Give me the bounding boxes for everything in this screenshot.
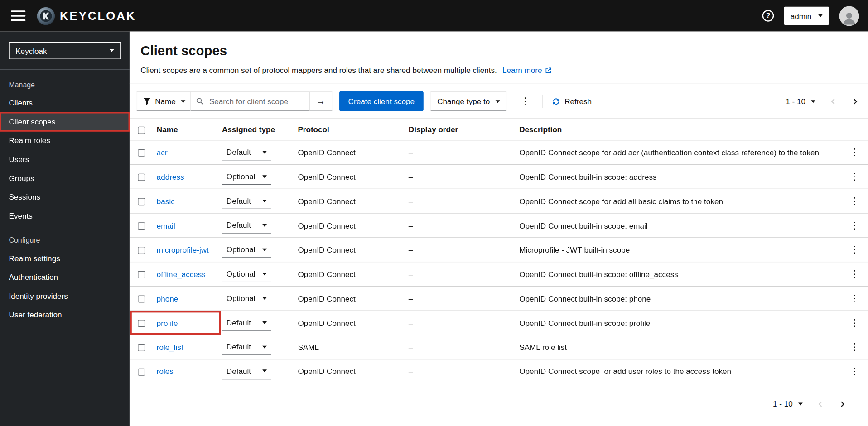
- row-checkbox[interactable]: [138, 271, 145, 278]
- assigned-type-select[interactable]: Optional: [222, 291, 271, 306]
- scope-name-link[interactable]: acr: [157, 148, 168, 157]
- scope-name-link[interactable]: basic: [157, 196, 175, 206]
- assigned-type-select[interactable]: Default: [222, 193, 271, 209]
- row-checkbox[interactable]: [138, 198, 145, 206]
- display-order-cell: –: [409, 148, 519, 157]
- brand-logo[interactable]: KEYCLOAK: [37, 6, 136, 25]
- help-icon[interactable]: ?: [762, 10, 774, 22]
- user-menu[interactable]: admin: [784, 7, 829, 25]
- toolbar-kebab-menu[interactable]: ⋮: [516, 94, 535, 109]
- select-all-checkbox[interactable]: [138, 127, 145, 134]
- display-order-cell: –: [409, 245, 519, 254]
- pagination-prev-button[interactable]: [828, 96, 839, 107]
- refresh-button[interactable]: Refresh: [550, 97, 594, 106]
- chevron-down-icon: [798, 402, 803, 405]
- scope-name-link[interactable]: email: [157, 221, 175, 230]
- row-kebab-icon[interactable]: ⋮: [847, 316, 863, 330]
- search-submit-button[interactable]: →: [309, 92, 332, 111]
- app-body: Keycloak ManageClientsClient scopesRealm…: [0, 32, 868, 426]
- sidebar-item-user-federation[interactable]: User federation: [0, 306, 130, 325]
- scope-name-link[interactable]: microprofile-jwt: [157, 245, 209, 254]
- assigned-type-select[interactable]: Default: [222, 217, 271, 233]
- assigned-type-value: Optional: [227, 245, 256, 254]
- pagination-nav: [828, 96, 861, 107]
- row-kebab-icon[interactable]: ⋮: [847, 219, 863, 233]
- scope-name-link[interactable]: phone: [157, 294, 178, 303]
- row-checkbox[interactable]: [138, 174, 145, 181]
- chevron-down-icon: [262, 273, 267, 275]
- row-checkbox[interactable]: [138, 320, 145, 327]
- pagination-range-select[interactable]: 1 - 10: [781, 94, 820, 109]
- create-client-scope-button[interactable]: Create client scope: [339, 91, 424, 111]
- sidebar-item-realm-settings[interactable]: Realm settings: [0, 249, 130, 268]
- row-kebab-icon[interactable]: ⋮: [847, 292, 863, 306]
- pagination-prev-button[interactable]: [815, 398, 827, 410]
- row-checkbox[interactable]: [138, 369, 145, 376]
- row-checkbox[interactable]: [138, 296, 145, 303]
- protocol-cell: OpenID Connect: [298, 270, 408, 279]
- assigned-type-select[interactable]: Default: [222, 144, 271, 160]
- scope-name-cell: acr: [157, 148, 222, 157]
- row-kebab-icon[interactable]: ⋮: [847, 243, 863, 257]
- search-input[interactable]: [208, 96, 304, 106]
- column-header: Assigned type: [222, 125, 298, 134]
- scope-name-link[interactable]: offline_access: [157, 270, 206, 279]
- protocol-cell: SAML: [298, 343, 408, 352]
- sidebar-item-groups[interactable]: Groups: [0, 169, 130, 188]
- sidebar-item-clients[interactable]: Clients: [0, 94, 130, 113]
- row-checkbox[interactable]: [138, 149, 145, 157]
- pagination-range-select[interactable]: 1 - 10: [768, 396, 807, 412]
- row-kebab-icon[interactable]: ⋮: [847, 364, 863, 378]
- assigned-type-select[interactable]: Optional: [222, 169, 271, 185]
- description-cell: OpenID Connect scope for add all basic c…: [519, 196, 841, 206]
- row-checkbox[interactable]: [138, 247, 145, 254]
- search-field: [191, 92, 309, 111]
- assigned-type-select[interactable]: Default: [222, 363, 271, 379]
- pagination-next-button[interactable]: [849, 96, 861, 107]
- assigned-type-select[interactable]: Optional: [222, 266, 271, 282]
- description-cell: OpenID Connect scope for add user roles …: [519, 367, 841, 376]
- row-checkbox[interactable]: [138, 223, 145, 230]
- protocol-cell: OpenID Connect: [298, 367, 408, 376]
- sidebar-item-users[interactable]: Users: [0, 150, 130, 169]
- chevron-down-icon: [811, 100, 815, 103]
- display-order-cell: –: [409, 270, 519, 279]
- assigned-type-select[interactable]: Default: [222, 339, 271, 355]
- avatar[interactable]: [839, 6, 859, 26]
- nav-toggle-button[interactable]: [11, 10, 25, 21]
- filter-type-select[interactable]: Name: [137, 91, 191, 111]
- page-title: Client scopes: [140, 43, 857, 58]
- row-checkbox-cell: [130, 343, 157, 352]
- description-cell: SAML role list: [519, 343, 841, 352]
- assigned-type-select[interactable]: Optional: [222, 242, 271, 258]
- chevron-right-icon: [839, 400, 846, 407]
- sidebar-item-realm-roles[interactable]: Realm roles: [0, 131, 130, 150]
- scope-name-link[interactable]: role_list: [157, 343, 183, 352]
- pagination-next-button[interactable]: [836, 398, 848, 410]
- description-cell: Microprofile - JWT built-in scope: [519, 245, 841, 254]
- scope-name-link[interactable]: roles: [157, 367, 174, 376]
- realm-selector[interactable]: Keycloak: [9, 42, 121, 59]
- sidebar-item-client-scopes[interactable]: Client scopes: [0, 112, 130, 131]
- sidebar-item-identity-providers[interactable]: Identity providers: [0, 287, 130, 306]
- row-kebab-icon[interactable]: ⋮: [847, 170, 863, 184]
- top-pagination: 1 - 10: [781, 94, 861, 109]
- chevron-right-icon: [851, 98, 858, 105]
- change-type-select[interactable]: Change type to: [430, 91, 506, 111]
- pagination-range: 1 - 10: [773, 399, 793, 408]
- row-kebab-icon[interactable]: ⋮: [847, 340, 863, 354]
- row-checkbox[interactable]: [138, 344, 145, 351]
- scope-name-link[interactable]: address: [157, 172, 184, 182]
- row-kebab-icon[interactable]: ⋮: [847, 194, 863, 208]
- row-kebab-icon[interactable]: ⋮: [847, 145, 863, 159]
- scope-name-link[interactable]: profile: [157, 318, 178, 327]
- assigned-type-select[interactable]: Default: [222, 315, 271, 330]
- learn-more-link[interactable]: Learn more: [502, 65, 552, 75]
- brand-text: KEYCLOAK: [60, 9, 136, 22]
- scope-name-cell: roles: [157, 367, 222, 376]
- sidebar-item-events[interactable]: Events: [0, 206, 130, 225]
- sidebar-item-authentication[interactable]: Authentication: [0, 268, 130, 287]
- keycloak-logo-icon: [37, 6, 56, 25]
- row-kebab-icon[interactable]: ⋮: [847, 267, 863, 281]
- sidebar-item-sessions[interactable]: Sessions: [0, 187, 130, 206]
